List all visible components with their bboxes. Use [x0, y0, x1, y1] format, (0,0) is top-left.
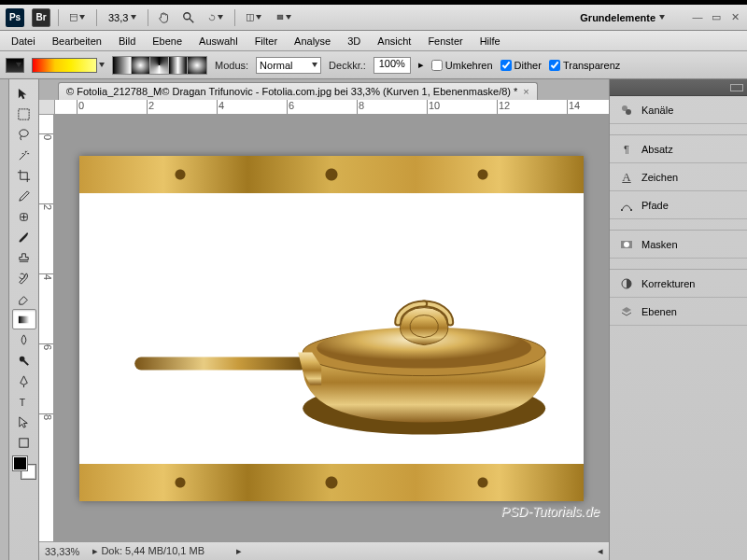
panel-absatz[interactable]: ¶Absatz: [610, 135, 747, 163]
stamp-tool[interactable]: [12, 247, 36, 268]
foreground-swatch[interactable]: [13, 456, 27, 470]
document-image: [79, 156, 584, 501]
eyedropper-tool[interactable]: [12, 186, 36, 206]
panel-collapse-icon[interactable]: [610, 79, 747, 96]
svg-rect-6: [278, 15, 284, 20]
hand-icon[interactable]: [156, 9, 173, 26]
minimize-icon[interactable]: —: [691, 11, 704, 23]
panel-zeichen[interactable]: AZeichen: [610, 163, 747, 191]
gradient-tool[interactable]: [12, 309, 36, 329]
document-tab[interactable]: © Fotolia_212788_M© Dragan Trifunovic - …: [58, 82, 538, 100]
svg-rect-12: [19, 315, 29, 323]
menu-bearbeiten[interactable]: Bearbeiten: [45, 33, 109, 49]
panel-pfade[interactable]: Pfade: [610, 191, 747, 219]
pen-tool[interactable]: [12, 371, 36, 391]
crop-tool[interactable]: [12, 165, 36, 186]
tool-preset[interactable]: [6, 58, 24, 73]
layout-dropdown[interactable]: [66, 12, 89, 23]
toolbox: T: [9, 79, 39, 560]
svg-rect-24: [630, 209, 632, 211]
svg-point-26: [624, 242, 629, 247]
menu-fenster[interactable]: Fenster: [420, 33, 470, 49]
paragraph-icon: ¶: [619, 142, 634, 157]
svg-point-2: [184, 12, 190, 19]
status-zoom[interactable]: 33,33%: [45, 546, 79, 557]
type-tool[interactable]: T: [12, 391, 36, 412]
menu-ansicht[interactable]: Ansicht: [370, 33, 418, 49]
marquee-tool[interactable]: [12, 104, 36, 124]
status-bar: 33,33% ▸ Dok: 5,44 MB/10,1 MB ▸ ◂: [39, 541, 609, 560]
history-brush-tool[interactable]: [12, 268, 36, 288]
vertical-ruler: 0 2 4 6 8: [39, 115, 54, 541]
eraser-tool[interactable]: [12, 288, 36, 309]
transparency-checkbox[interactable]: Transparenz: [549, 60, 620, 71]
svg-point-22: [626, 109, 631, 115]
workspace-switcher[interactable]: Grundelemente: [571, 8, 674, 27]
svg-rect-23: [621, 209, 623, 211]
channels-icon: [619, 103, 634, 118]
svg-rect-7: [19, 108, 29, 119]
screen-mode-dropdown[interactable]: [273, 12, 295, 23]
zoom-icon[interactable]: [180, 9, 197, 26]
svg-text:T: T: [20, 398, 26, 408]
gradient-types: [112, 56, 207, 75]
reverse-checkbox[interactable]: Umkehren: [431, 60, 493, 71]
path-select-tool[interactable]: [12, 412, 36, 432]
move-tool[interactable]: [12, 83, 36, 104]
character-icon: A: [619, 170, 634, 185]
mode-select[interactable]: Normal: [256, 57, 321, 74]
diamond-gradient-icon[interactable]: [188, 57, 206, 74]
rotate-dropdown[interactable]: [204, 12, 227, 23]
opacity-input[interactable]: 100%: [374, 57, 411, 74]
close-tab-icon[interactable]: ×: [523, 86, 529, 97]
blur-tool[interactable]: [12, 329, 36, 350]
menu-3d[interactable]: 3D: [340, 33, 368, 49]
menu-bar: Datei Bearbeiten Bild Ebene Auswahl Filt…: [0, 31, 747, 51]
menu-filter[interactable]: Filter: [247, 33, 285, 49]
arrange-dropdown[interactable]: [243, 12, 265, 23]
gradient-preview[interactable]: [32, 58, 97, 73]
panel-korrekturen[interactable]: Korrekturen: [610, 270, 747, 298]
panel-kanaele[interactable]: Kanäle: [610, 96, 747, 124]
menu-bild[interactable]: Bild: [111, 33, 143, 49]
radial-gradient-icon[interactable]: [132, 57, 150, 74]
gradient-picker-dropdown[interactable]: [99, 63, 105, 67]
opacity-flyout-icon[interactable]: ▸: [418, 59, 424, 71]
layers-icon: [619, 304, 634, 319]
menu-datei[interactable]: Datei: [4, 33, 43, 49]
status-doc-info[interactable]: ▸ Dok: 5,44 MB/10,1 MB: [92, 545, 204, 557]
linear-gradient-icon[interactable]: [113, 57, 132, 74]
healing-tool[interactable]: [12, 206, 36, 227]
dodge-tool[interactable]: [12, 350, 36, 371]
menu-analyse[interactable]: Analyse: [287, 33, 338, 49]
wand-tool[interactable]: [12, 145, 36, 165]
menu-ebene[interactable]: Ebene: [145, 33, 190, 49]
brush-tool[interactable]: [12, 227, 36, 247]
menu-hilfe[interactable]: Hilfe: [472, 33, 508, 49]
status-flyout-icon[interactable]: ▸: [236, 545, 242, 557]
adjustments-icon: [619, 276, 634, 291]
horizontal-ruler: 0 2 4 6 8 10 12 14: [39, 100, 609, 115]
document-title: © Fotolia_212788_M© Dragan Trifunovic - …: [66, 86, 517, 97]
restore-icon[interactable]: ▭: [710, 11, 723, 23]
masks-icon: [619, 237, 634, 252]
opacity-label: Deckkr.:: [329, 60, 366, 71]
paths-icon: [619, 198, 634, 213]
panel-dock: Kanäle ¶Absatz AZeichen Pfade Masken Kor…: [609, 79, 747, 560]
menu-auswahl[interactable]: Auswahl: [191, 33, 246, 49]
shape-tool[interactable]: [12, 432, 36, 453]
close-icon[interactable]: ✕: [728, 11, 741, 23]
photoshop-icon[interactable]: Ps: [6, 8, 24, 27]
reflected-gradient-icon[interactable]: [169, 57, 188, 74]
bridge-icon[interactable]: Br: [32, 8, 50, 27]
dither-checkbox[interactable]: Dither: [500, 60, 542, 71]
color-swatches[interactable]: [13, 456, 35, 479]
panel-masken[interactable]: Masken: [610, 231, 747, 259]
angle-gradient-icon[interactable]: [150, 57, 169, 74]
mode-label: Modus:: [215, 60, 248, 71]
canvas[interactable]: PSD-Tutorials.de: [54, 115, 609, 541]
zoom-field[interactable]: 33,3: [105, 12, 140, 23]
lasso-tool[interactable]: [12, 124, 36, 145]
application-bar: Ps Br 33,3 Grundelemente — ▭ ✕: [0, 5, 747, 31]
panel-ebenen[interactable]: Ebenen: [610, 298, 747, 326]
